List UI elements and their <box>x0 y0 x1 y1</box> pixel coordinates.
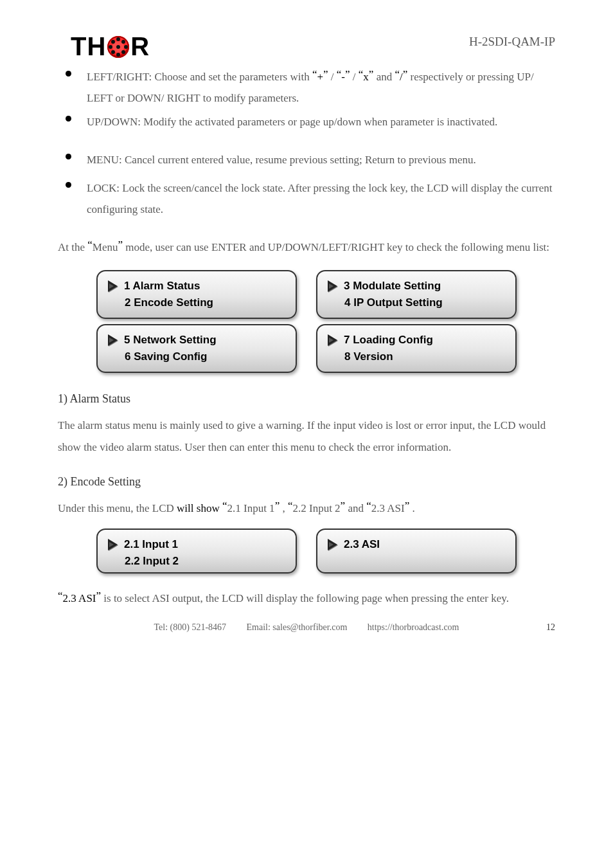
menu-box-2: 3 Modulate Setting 4 IP Output Setting <box>316 270 517 319</box>
menu-box-3: 5 Network Setting 6 Saving Config <box>96 324 297 373</box>
bullet-dot-icon <box>66 154 71 159</box>
encode-menu-box-2: 2.3 ASI <box>316 529 517 574</box>
menu-item-label: 2.3 ASI <box>344 536 380 553</box>
play-icon <box>108 334 118 346</box>
menu-item-label: 5 Network Setting <box>124 332 217 348</box>
instruction-bullets: LEFT/RIGHT: Choose and set the parameter… <box>66 66 555 220</box>
menu-item-label: 2.1 Input 1 <box>124 536 178 553</box>
bullet-up-down: UP/DOWN: Modify the activated parameters… <box>66 111 555 132</box>
play-icon <box>108 280 118 292</box>
menu-item-input-2[interactable]: 2.2 Input 2 <box>108 553 285 570</box>
menu-item-modulate-setting[interactable]: 3 Modulate Setting <box>328 278 505 294</box>
play-icon <box>108 539 118 550</box>
menu-item-label: 7 Loading Config <box>344 332 433 348</box>
play-icon <box>328 280 337 292</box>
section-heading-alarm: 1) Alarm Status <box>58 392 555 406</box>
menu-item-version[interactable]: 8 Version <box>328 348 505 365</box>
bullet-dot-icon <box>66 182 71 188</box>
section-heading-encode: 2) Encode Setting <box>58 475 555 489</box>
bullet-dot-icon <box>66 116 71 122</box>
menu-item-loading-config[interactable]: 7 Loading Config <box>328 332 505 348</box>
bullet-dot-icon <box>66 71 71 77</box>
asi-note: “2.3 ASI” is to select ASI output, the L… <box>58 588 555 610</box>
logo-text-right: R <box>130 32 150 61</box>
play-icon <box>328 334 337 346</box>
menu-item-label: 2.2 Input 2 <box>125 553 179 570</box>
bullet-menu: MENU: Cancel current entered value, resu… <box>66 149 555 170</box>
menu-item-label: 6 Saving Config <box>125 348 207 365</box>
product-line: H-2SDI-QAM-IP <box>469 35 555 49</box>
gear-icon <box>107 36 129 58</box>
logo-text-left: TH <box>71 32 106 61</box>
menu-item-alarm-status[interactable]: 1 Alarm Status <box>108 278 285 294</box>
bullet-text: UP/DOWN: Modify the activated parameters… <box>87 111 497 132</box>
menu-item-network-setting[interactable]: 5 Network Setting <box>108 332 285 348</box>
menu-item-label: 1 Alarm Status <box>124 278 200 294</box>
menu-item-saving-config[interactable]: 6 Saving Config <box>108 348 285 365</box>
menu-item-ip-output-setting[interactable]: 4 IP Output Setting <box>328 294 505 311</box>
bullet-lock: LOCK: Lock the screen/cancel the lock st… <box>66 177 555 220</box>
menu-item-input-1[interactable]: 2.1 Input 1 <box>108 536 285 553</box>
menu-item-label: 8 Version <box>344 348 393 365</box>
menu-box-1: 1 Alarm Status 2 Encode Setting <box>96 270 297 319</box>
main-menu-row-1: 1 Alarm Status 2 Encode Setting 3 Modula… <box>96 270 517 319</box>
menu-intro-paragraph: At the “Menu” mode, user can use ENTER a… <box>58 237 555 258</box>
play-icon <box>328 539 337 550</box>
menu-item-encode-setting[interactable]: 2 Encode Setting <box>108 294 285 311</box>
encode-menu-row: 2.1 Input 1 2.2 Input 2 2.3 ASI <box>96 529 517 574</box>
footer-email: Email: sales@thorfiber.com <box>247 622 348 632</box>
page-footer: Tel: (800) 521-8467 Email: sales@thorfib… <box>0 622 613 633</box>
main-menu-row-2: 5 Network Setting 6 Saving Config 7 Load… <box>96 324 517 373</box>
bullet-left-right: LEFT/RIGHT: Choose and set the parameter… <box>66 66 555 109</box>
footer-tel: Tel: (800) 521-8467 <box>154 622 226 632</box>
bullet-text: LOCK: Lock the screen/cancel the lock st… <box>87 177 555 220</box>
alarm-description: The alarm status menu is mainly used to … <box>58 415 555 458</box>
menu-box-4: 7 Loading Config 8 Version <box>316 324 517 373</box>
bullet-text: LEFT/RIGHT: Choose and set the parameter… <box>87 66 555 109</box>
encode-menu-box-1: 2.1 Input 1 2.2 Input 2 <box>96 529 297 574</box>
page-number: 12 <box>546 622 555 633</box>
menu-item-label: 4 IP Output Setting <box>344 294 443 311</box>
menu-item-label: 3 Modulate Setting <box>344 278 441 294</box>
menu-item-asi[interactable]: 2.3 ASI <box>328 536 505 553</box>
menu-item-label: 2 Encode Setting <box>125 294 213 311</box>
encode-description: Under this menu, the LCD will show “2.1 … <box>58 498 555 520</box>
footer-url: https://thorbroadcast.com <box>368 622 459 632</box>
bullet-text: MENU: Cancel current entered value, resu… <box>87 149 476 170</box>
